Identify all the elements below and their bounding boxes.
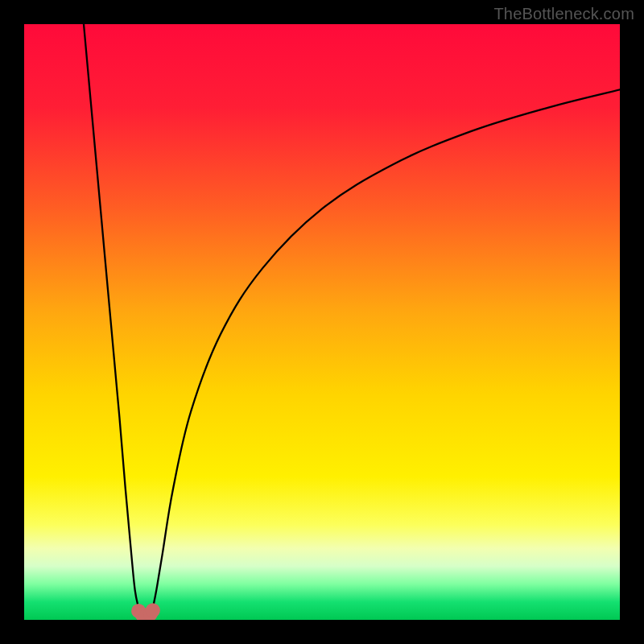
bottleneck-curve-left [84,24,138,608]
watermark-text: TheBottleneck.com [493,5,634,23]
bottleneck-curve-right [153,89,620,608]
valley-marker-group [131,603,160,620]
chart-frame: TheBottleneck.com [0,0,644,644]
valley-marker [146,603,160,617]
plot-area [24,24,620,620]
curve-layer [24,24,620,620]
